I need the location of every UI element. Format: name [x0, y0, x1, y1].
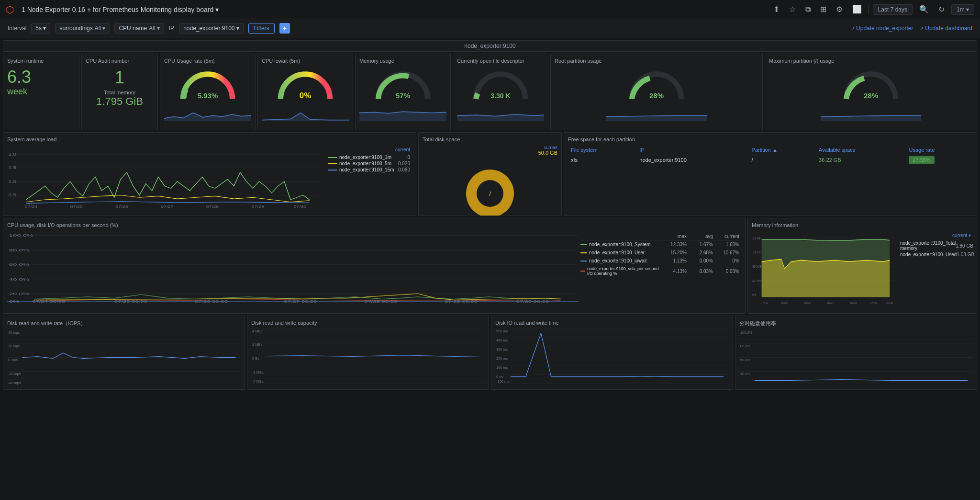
cpu-iowait-card: CPU iowait (5m) 0% — [257, 54, 353, 130]
update-node-link[interactable]: Update node_exporter — [851, 25, 913, 32]
disk-io-time-title: Disk IO read and write time — [495, 320, 729, 326]
cpu-legend-label-system: node_exporter:9100_System — [589, 242, 650, 247]
ip-chip[interactable]: node_exporter:9100 ▾ — [179, 23, 244, 34]
col-ip[interactable]: IP — [636, 145, 748, 155]
svg-text:-40 iops: -40 iops — [8, 381, 21, 385]
settings-icon[interactable]: ⚙ — [833, 3, 846, 16]
cell-partition: / — [749, 155, 816, 165]
sysload-card: System average load 2.0 1.5 1.0 0.5 — [3, 132, 416, 216]
cpu-legend-line-iowait — [580, 261, 587, 261]
stats-row: System runtime 6.3 week CPU Audit number… — [3, 54, 977, 130]
svg-text:100.0%: 100.0% — [9, 233, 33, 238]
legend-val-1m: 0 — [407, 155, 410, 160]
svg-text:07/30: 07/30 — [886, 301, 893, 305]
update-links: Update node_exporter Update dashboard — [851, 25, 972, 32]
svg-text:07/29 00:00: 07/29 00:00 — [445, 300, 478, 303]
root-part-card: Root partition usage 28% — [550, 54, 763, 130]
meminfo-title: Memory information — [752, 222, 973, 228]
disk-cap-chart-container: 4 MBs 2 MBs 0 Bs -2 MBs -4 MBs — [251, 329, 485, 384]
navbar: ⬡ 1 Node Exporter 0.16 + for Prometheus … — [0, 0, 980, 19]
cpu-legend-max-system: 12.33% — [660, 242, 687, 247]
svg-text:477 MB: 477 MB — [752, 279, 761, 283]
file-desc-title: Currently open file descriptor — [457, 58, 544, 64]
row4: Disk read and write rate（IOPS） 40 iops 2… — [3, 316, 977, 390]
cpu-legend-cur-vda: 0.03% — [713, 269, 739, 274]
zoom-icon[interactable]: 🔍 — [916, 3, 932, 16]
svg-text:20.0%: 20.0% — [9, 292, 30, 296]
cpu-legend-cur-iowait: 0% — [713, 258, 739, 263]
meminfo-current-header: current ▾ — [898, 233, 971, 238]
cpu-legend-label-iowait: node_exporter:9100_iowait — [589, 258, 647, 263]
svg-text:400 ms: 400 ms — [496, 339, 508, 342]
svg-text:0 B: 0 B — [752, 293, 757, 296]
file-desc-sparkline — [457, 104, 544, 121]
svg-text:57%: 57% — [396, 91, 410, 100]
disk-cap-svg: 4 MBs 2 MBs 0 Bs -2 MBs -4 MBs — [251, 329, 485, 384]
section-header: node_exporter:9100 — [3, 40, 977, 52]
svg-text:28%: 28% — [649, 91, 664, 100]
svg-text:-100 ms: -100 ms — [496, 380, 509, 383]
svg-text:07/25: 07/25 — [781, 301, 788, 305]
cpu-usage-sparkline — [164, 104, 251, 121]
col-usage[interactable]: Usage rate — [906, 145, 973, 155]
legend-line-1m — [328, 157, 337, 158]
svg-text:07/26 00:00: 07/26 00:00 — [195, 300, 228, 303]
svg-text:07/27 00:00: 07/27 00:00 — [284, 300, 317, 303]
cpu-legend-label-vda: node_exporter:9100_vda_per second I/O op… — [587, 266, 660, 276]
col-avail[interactable]: Available space — [816, 145, 906, 155]
svg-text:300 ms: 300 ms — [496, 348, 508, 351]
interval-chip[interactable]: 5s ▾ — [31, 23, 50, 34]
legend-line-15m — [328, 170, 337, 170]
svg-text:80.0%: 80.0% — [9, 248, 30, 252]
svg-text:500 ms: 500 ms — [496, 330, 508, 333]
disk-current-val: 50.0 GB — [538, 150, 557, 156]
sysload-chart: 2.0 1.5 1.0 0.5 07/24 07/25 07/26 — [7, 145, 322, 209]
cell-fs: xfs — [568, 155, 636, 165]
cpu-legend-cur-system: 1.60% — [713, 242, 739, 247]
cpu-ops-legend-panel: max avg current node_exporter:9100_Syste… — [579, 231, 741, 304]
legend-label-5m: node_exporter:9100_5m — [337, 161, 398, 166]
svg-text:0.5: 0.5 — [9, 193, 17, 197]
update-dash-link[interactable]: Update dashboard — [920, 25, 972, 32]
cpu-iowait-title: CPU iowait (5m) — [262, 58, 349, 64]
add-panel-icon[interactable]: ⊞ — [817, 3, 829, 16]
col-filesystem[interactable]: File system — [568, 145, 636, 155]
svg-text:07/25 00:00: 07/25 00:00 — [114, 300, 147, 303]
col-partition[interactable]: Partition ▲ — [749, 145, 816, 155]
cell-avail: 36.22 GB — [816, 155, 906, 165]
refresh-icon[interactable]: ↻ — [935, 3, 947, 16]
meminfo-legend: current ▾ node_exporter:9100_Total memor… — [896, 231, 973, 307]
svg-text:3.30 K: 3.30 K — [490, 92, 511, 100]
disk-iops-chart-container: 40 iops 20 iops 0 iops -20 iops -40 iops… — [7, 330, 241, 385]
disk-current-header: current — [538, 145, 557, 150]
memory-gauge-svg: 57% — [369, 67, 436, 102]
add-filter-button[interactable]: + — [279, 23, 290, 34]
cpu-iowait-sparkline — [262, 104, 349, 121]
cpu-legend-line-vda — [580, 271, 585, 272]
time-range-picker[interactable]: Last 7 days — [873, 4, 913, 15]
runtime-unit: week — [7, 87, 27, 96]
svg-text:0%: 0% — [300, 91, 311, 100]
legend-val-5m: 0.020 — [398, 161, 410, 166]
svg-text:4 MBs: 4 MBs — [252, 330, 262, 333]
cpu-legend-row-iowait: node_exporter:9100_iowait 1.13% 0.00% 0% — [580, 257, 739, 265]
star-icon[interactable]: ☆ — [786, 3, 799, 16]
cpu-name-chip[interactable]: CPU name All ▾ — [114, 23, 164, 34]
disk-info: current 50.0 GB — [423, 145, 557, 156]
svg-text:2 MBs: 2 MBs — [252, 343, 262, 347]
refresh-interval[interactable]: 1m ▾ — [951, 4, 974, 15]
svg-text:20 iops: 20 iops — [8, 345, 20, 349]
copy-icon[interactable]: ⧉ — [802, 3, 813, 16]
diskspace-card: Total disk space current 50.0 GB / — [418, 132, 562, 216]
meminfo-inner: 1.9 GB 1.4 GB 954 MB 477 MB 0 B 07/24 — [752, 231, 973, 307]
cpu-audit-num: 1 — [86, 68, 154, 88]
tv-mode-icon[interactable]: ⬜ — [849, 3, 865, 16]
root-part-gauge: 28% — [555, 67, 758, 121]
cpu-legend-avg-system: 1.67% — [687, 242, 713, 247]
share-icon[interactable]: ⬆ — [770, 3, 782, 16]
sysload-inner: 2.0 1.5 1.0 0.5 07/24 07/25 07/26 — [7, 145, 412, 209]
diskspace-title: Total disk space — [423, 136, 557, 142]
surroundings-chip[interactable]: surroundings All ▾ — [55, 23, 110, 34]
cpu-legend-avg-vda: 0.03% — [687, 269, 713, 274]
filters-button[interactable]: Filters — [248, 23, 275, 34]
